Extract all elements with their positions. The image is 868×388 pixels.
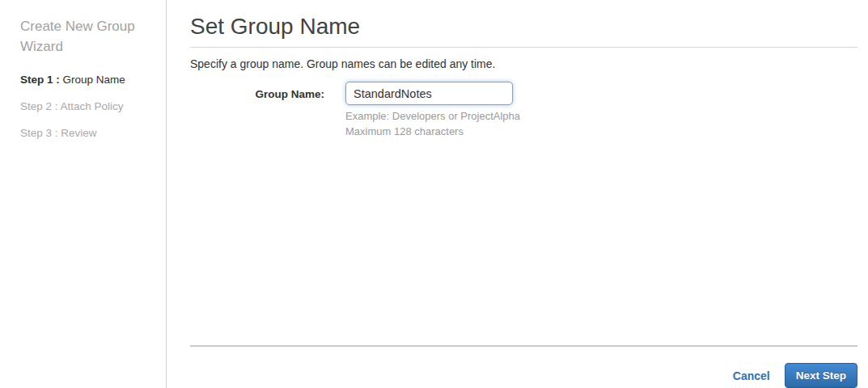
page-description: Specify a group name. Group names can be… [190, 57, 857, 70]
step-label: Attach Policy [58, 100, 124, 112]
hint-max-length: Maximum 128 characters [345, 124, 520, 140]
step-label: Group Name [60, 74, 125, 86]
step-number: Step 1 : [20, 74, 60, 86]
wizard-footer: Cancel Next Step [190, 347, 857, 388]
group-name-label: Group Name: [190, 82, 324, 100]
sidebar-step-review: Step 3 : Review [20, 127, 150, 139]
group-name-hints: Example: Developers or ProjectAlpha Maxi… [345, 109, 520, 139]
sidebar-step-group-name: Step 1 : Group Name [20, 74, 150, 86]
group-name-input[interactable] [345, 82, 513, 105]
step-number: Step 3 : [20, 127, 58, 139]
title-divider [190, 47, 857, 48]
step-label: Review [58, 127, 97, 139]
hint-example: Example: Developers or ProjectAlpha [345, 109, 520, 124]
group-name-form-row: Group Name: Example: Developers or Proje… [190, 82, 857, 139]
cancel-button[interactable]: Cancel [733, 369, 770, 382]
group-name-field-wrap: Example: Developers or ProjectAlpha Maxi… [345, 82, 520, 139]
page-title: Set Group Name [190, 14, 857, 40]
next-step-button[interactable]: Next Step [785, 363, 857, 388]
sidebar-step-attach-policy: Step 2 : Attach Policy [20, 100, 150, 112]
main-panel: Set Group Name Specify a group name. Gro… [167, 0, 868, 388]
content-spacer [190, 139, 857, 345]
wizard-sidebar: Create New Group Wizard Step 1 : Group N… [0, 0, 167, 388]
wizard-title: Create New Group Wizard [20, 16, 146, 57]
step-number: Step 2 : [20, 100, 58, 112]
